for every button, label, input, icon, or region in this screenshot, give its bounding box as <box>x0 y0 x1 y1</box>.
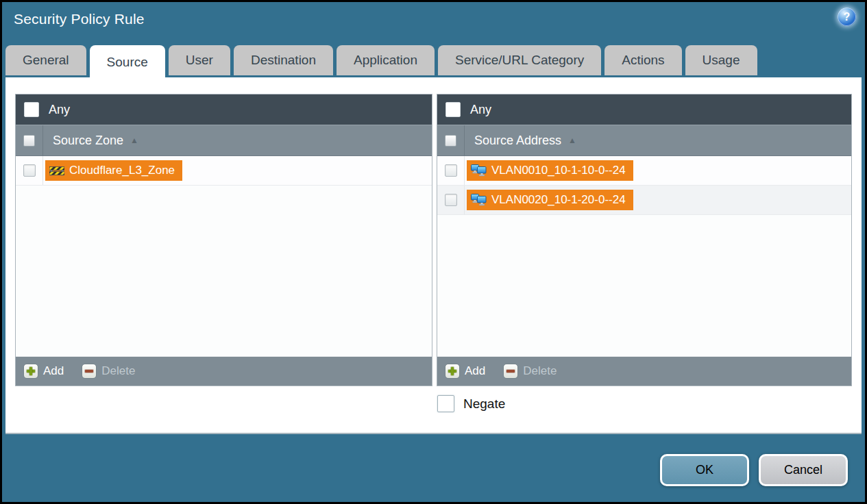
source-address-delete-button[interactable]: Delete <box>503 364 557 379</box>
source-zone-any-checkbox[interactable] <box>24 102 39 117</box>
negate-control: Negate <box>437 395 505 412</box>
source-address-select-all-checkbox[interactable] <box>445 135 456 147</box>
source-address-add-button[interactable]: Add <box>445 364 485 379</box>
source-address-item-label: VLAN0010_10-1-10-0--24 <box>491 164 626 177</box>
source-address-row: VLAN0020_10-1-20-0--24 <box>437 186 851 215</box>
source-address-any-checkbox[interactable] <box>445 102 461 117</box>
tab-bar: General Source User Destination Applicat… <box>5 45 757 79</box>
source-address-column-header[interactable]: Source Address ▲ <box>437 125 851 156</box>
source-zone-item[interactable]: Cloudflare_L3_Zone <box>45 160 182 181</box>
address-network-icon <box>471 164 487 177</box>
tab-destination[interactable]: Destination <box>234 45 333 75</box>
tab-actions[interactable]: Actions <box>605 45 681 75</box>
sort-asc-arrow: ▲ <box>568 136 576 145</box>
source-address-item-label: VLAN0020_10-1-20-0--24 <box>491 193 626 207</box>
tab-user[interactable]: User <box>169 45 230 75</box>
source-tab-content: Any Source Zone ▲ <box>5 77 862 434</box>
tab-general[interactable]: General <box>5 45 86 75</box>
source-zone-any-label: Any <box>49 103 70 117</box>
negate-checkbox[interactable] <box>437 395 454 412</box>
source-zone-column-header[interactable]: Source Zone ▲ <box>16 125 432 156</box>
source-zone-item-label: Cloudflare_L3_Zone <box>69 164 175 177</box>
source-address-panel: Any Source Address ▲ <box>437 94 852 386</box>
source-address-any-label: Any <box>470 103 491 117</box>
delete-minus-icon <box>503 364 518 379</box>
source-zone-footer: Add Delete <box>16 356 432 386</box>
sort-asc-arrow: ▲ <box>130 136 138 145</box>
negate-label: Negate <box>463 396 505 412</box>
source-address-footer: Add Delete <box>437 356 851 386</box>
source-address-list: VLAN0010_10-1-10-0--24 <box>437 156 851 356</box>
source-zone-list: Cloudflare_L3_Zone <box>16 156 432 356</box>
add-plus-icon <box>445 364 460 379</box>
source-zone-column-label: Source Zone <box>53 134 123 148</box>
source-address-any-header: Any <box>437 94 851 125</box>
ok-button[interactable]: OK <box>660 454 749 486</box>
address-network-icon <box>471 194 487 206</box>
source-zone-select-all-checkbox[interactable] <box>23 135 35 147</box>
source-zone-delete-button[interactable]: Delete <box>82 364 135 379</box>
source-address-row: VLAN0010_10-1-10-0--24 <box>437 156 851 186</box>
dialog-title: Security Policy Rule <box>14 11 145 27</box>
source-zone-any-header: Any <box>16 94 432 125</box>
source-zone-add-button[interactable]: Add <box>23 364 64 379</box>
tab-application[interactable]: Application <box>337 45 435 75</box>
add-plus-icon <box>23 364 38 379</box>
cancel-button[interactable]: Cancel <box>759 454 848 486</box>
tab-source[interactable]: Source <box>90 45 165 79</box>
zone-icon <box>49 165 64 176</box>
source-address-row-checkbox[interactable] <box>445 194 457 206</box>
source-address-item[interactable]: VLAN0010_10-1-10-0--24 <box>467 160 633 181</box>
source-address-row-checkbox[interactable] <box>445 164 457 177</box>
security-policy-rule-dialog: Security Policy Rule ? General Source Us… <box>0 0 867 504</box>
source-address-column-label: Source Address <box>474 134 561 148</box>
tab-usage[interactable]: Usage <box>685 45 757 75</box>
delete-minus-icon <box>82 364 97 379</box>
source-zone-row: Cloudflare_L3_Zone <box>16 156 432 186</box>
tab-service-url-category[interactable]: Service/URL Category <box>438 45 601 75</box>
source-zone-panel: Any Source Zone ▲ <box>15 94 432 386</box>
source-address-item[interactable]: VLAN0020_10-1-20-0--24 <box>467 190 633 210</box>
help-icon[interactable]: ? <box>838 8 856 26</box>
source-zone-row-checkbox[interactable] <box>23 164 36 177</box>
